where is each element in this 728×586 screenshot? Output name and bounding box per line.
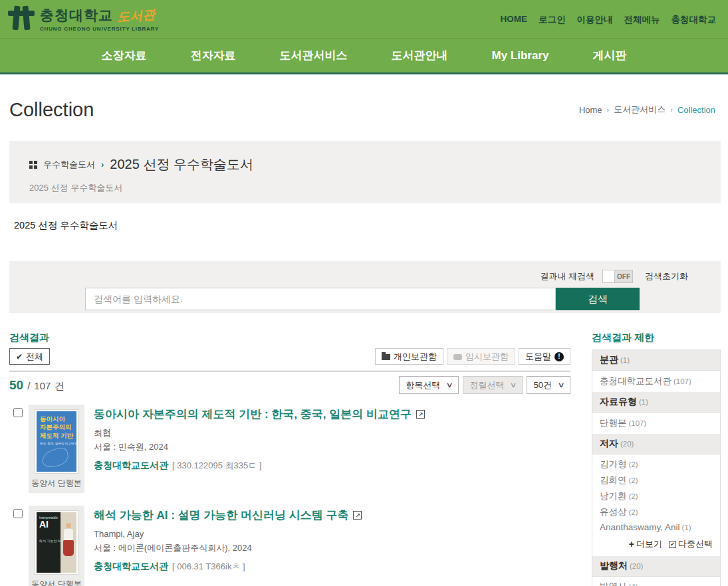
external-link-icon[interactable]: ↗ [353,511,362,520]
facet-item[interactable]: 박영사(4) [592,579,720,586]
folder-icon [382,354,390,360]
book-checkbox[interactable] [13,509,23,518]
cover-map-graphic [41,446,70,469]
nav-library-info[interactable]: 도서관안내 [392,48,448,63]
facet-more-link[interactable]: + 더보기 [629,538,662,550]
nav-board[interactable]: 게시판 [592,48,626,63]
sort-select[interactable]: 정렬선택 ∨ [463,376,523,394]
library-logo[interactable]: 충청대학교 도서관 CHUNG CHEONG UNIVERSITY LIBRAR… [8,6,159,32]
collection-title: 2025 선정 우수학술도서 [110,155,253,173]
book-list-item: 동아시아 자본주의의 제도적 기반 한국, 중국, 일본의 비교연구 동양서 단… [9,405,570,493]
toggle-knob [603,270,615,282]
external-link-icon[interactable]: ↗ [416,410,425,419]
holding-library-link[interactable]: 충청대학교도서관 [94,561,168,573]
facet-multiselect-link[interactable]: ✔ 다중선택 [669,538,713,550]
search-input[interactable] [85,288,556,310]
collection-category[interactable]: 우수학술도서 [43,159,95,171]
personal-box-button[interactable]: 개인보관함 [375,348,443,365]
top-bar: 충청대학교 도서관 CHUNG CHEONG UNIVERSITY LIBRAR… [0,0,728,38]
book-author: Thampi, Ajay [94,527,362,541]
field-select[interactable]: 항목선택 ∨ [399,376,459,394]
nav-my-library[interactable]: My Library [492,49,549,62]
holding-library-link[interactable]: 충청대학교도서관 [94,460,168,472]
book-cover-block: 동아시아 자본주의의 제도적 기반 한국, 중국, 일본의 비교연구 동양서 단… [29,405,84,493]
filter-all-button[interactable]: ✔ 전체 [9,348,50,365]
facet-group-publisher: 발행처(20) [592,556,720,577]
collection-section-label: 2025 선정 우수학술도서 [14,219,721,232]
util-university-link[interactable]: 충청대학교 [671,14,717,26]
book-cover-thumbnail[interactable]: Interpretable AI 해석 가능한 AI [35,511,78,574]
logo-library-script: 도서관 [116,6,156,26]
breadcrumb-sep-icon: › [607,106,610,114]
facet-item[interactable]: Ananthaswamy, Anil(1) [592,520,720,534]
per-page-select[interactable]: 50건 ∨ [527,376,570,394]
book-checkbox[interactable] [13,408,23,417]
facet-item[interactable]: 유성상(2) [592,504,720,520]
utility-nav: HOME 로그인 이용안내 전체메뉴 충청대학교 [501,14,717,26]
site-header: 충청대학교 도서관 CHUNG CHEONG UNIVERSITY LIBRAR… [0,0,728,74]
chevron-down-icon: ∨ [510,381,517,389]
logo-english-name: CHUNG CHEONG UNIVERSITY LIBRARY [40,26,159,32]
book-author: 최협 [94,426,425,440]
breadcrumb-services[interactable]: 도서관서비스 [614,104,666,116]
cover-figure-graphic [66,523,71,528]
rescope-label: 결과내 재검색 [540,270,594,282]
library-logo-mark-icon [8,6,35,31]
facet-item[interactable]: 남기환(2) [592,488,720,504]
plus-icon: + [629,539,634,549]
material-type-label: 동양서 단행본 [29,478,84,489]
main-nav: 소장자료 전자자료 도서관서비스 도서관안내 My Library 게시판 [0,38,728,74]
facet-item[interactable]: 김가형(2) [592,456,720,472]
breadcrumb-sep-icon: › [670,106,673,114]
rescope-toggle[interactable]: OFF [602,270,633,283]
book-title-link[interactable]: 동아시아 자본주의의 제도적 기반 : 한국, 중국, 일본의 비교연구 [94,407,412,422]
material-type-label: 동양서 단행본 [29,579,84,586]
main-content: Collection Home › 도서관서비스 › Collection 우수… [0,94,728,586]
facets-heading: 검색결과 제한 [592,332,721,344]
search-button[interactable]: 검색 [556,288,640,310]
basket-icon [453,354,462,360]
collection-arrow-icon: › [101,159,104,169]
check-icon: ✔ [16,352,23,361]
collection-subtitle: 2025 선정 우수학술도서 [29,182,701,194]
collection-header-box: 우수학술도서 › 2025 선정 우수학술도서 2025 선정 우수학술도서 [9,141,721,203]
search-reset-link[interactable]: 검색초기화 [645,270,688,282]
breadcrumb-home[interactable]: Home [579,105,602,115]
util-login-link[interactable]: 로그인 [539,14,566,26]
logo-university-name: 충청대학교 [40,6,113,25]
book-title-link[interactable]: 해석 가능한 AI : 설명 가능한 머신러닝 시스템 구축 [94,508,348,523]
breadcrumb-current: Collection [677,105,715,115]
results-divider [9,371,570,371]
toggle-state: OFF [615,270,632,282]
call-number: [ 006.31 T366ikㅊ ] [172,561,245,573]
nav-holdings[interactable]: 소장자료 [102,48,147,63]
call-number: [ 330.122095 최335ㄷ ] [172,460,261,472]
multiselect-icon: ✔ [669,541,676,548]
chevron-down-icon: ∨ [446,381,453,389]
help-button[interactable]: 도움말 ! [519,348,570,365]
book-cover-block: Interpretable AI 해석 가능한 AI 동양서 단행본 [29,506,84,586]
nav-eresources[interactable]: 전자자료 [191,48,236,63]
facet-group-branch: 분관(1) [592,350,720,371]
chevron-down-icon: ∨ [557,381,564,389]
temp-box-button[interactable]: 임시보관함 [447,348,515,365]
util-sitemap-link[interactable]: 전체메뉴 [624,14,660,26]
facet-item[interactable]: 단행본(107) [592,413,720,434]
result-count: 50 / 107 건 [9,378,64,393]
facet-item[interactable]: 충청대학교도서관(107) [592,371,720,392]
book-list-item: Interpretable AI 해석 가능한 AI 동양서 단행본 해석 가능… [9,506,570,586]
book-publication: 서울 : 에이콘(에이콘출판주식회사), 2024 [94,541,362,555]
nav-library-services[interactable]: 도서관서비스 [280,48,348,63]
util-guide-link[interactable]: 이용안내 [577,14,613,26]
library-collection-page: 충청대학교 도서관 CHUNG CHEONG UNIVERSITY LIBRAR… [0,0,728,586]
facet-group-material-type: 자료유형(1) [592,392,720,413]
count-current: 50 [9,378,23,393]
page-title: Collection [9,99,94,121]
facet-item[interactable]: 김희연(2) [592,472,720,488]
results-heading: 검색결과 [9,332,570,344]
collection-grid-icon [29,161,37,169]
book-cover-thumbnail[interactable]: 동아시아 자본주의의 제도적 기반 한국, 중국, 일본의 비교연구 [35,410,78,473]
search-box: 결과내 재검색 OFF 검색초기화 검색 [9,261,721,313]
util-home-link[interactable]: HOME [501,14,528,26]
book-publication: 서울 : 민속원, 2024 [94,440,425,454]
